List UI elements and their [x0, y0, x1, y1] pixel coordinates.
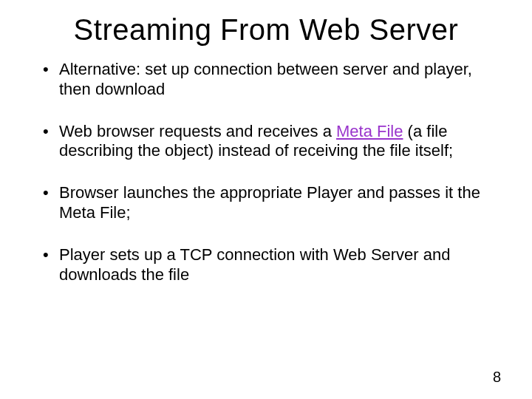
slide: Streaming From Web Server Alternative: s… — [0, 0, 532, 399]
list-item: Alternative: set up connection between s… — [47, 60, 505, 100]
bullet-text: Web browser requests and receives a — [59, 122, 336, 140]
list-item: Player sets up a TCP connection with Web… — [47, 245, 505, 285]
bullet-text: Browser launches the appropriate Player … — [59, 183, 480, 222]
page-number: 8 — [493, 369, 501, 386]
list-item: Browser launches the appropriate Player … — [47, 183, 505, 223]
list-item: Web browser requests and receives a Meta… — [47, 122, 505, 162]
meta-file-term: Meta File — [336, 122, 403, 140]
bullet-text: Player sets up a TCP connection with Web… — [59, 245, 451, 284]
slide-title: Streaming From Web Server — [27, 13, 505, 47]
bullet-text: Alternative: set up connection between s… — [59, 60, 472, 98]
bullet-list: Alternative: set up connection between s… — [27, 60, 505, 285]
